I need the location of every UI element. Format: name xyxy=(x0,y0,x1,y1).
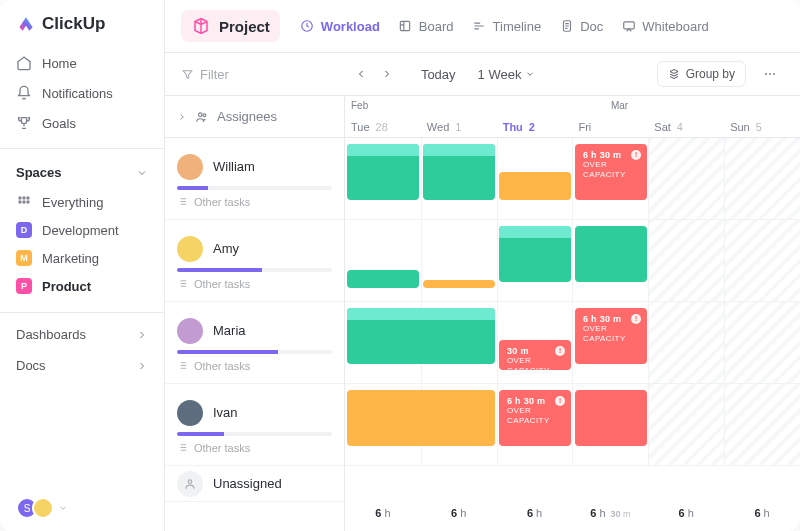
project-chip[interactable]: Project xyxy=(181,10,280,42)
day-header[interactable]: Thu2 xyxy=(497,121,573,133)
summary-hours: 6 h xyxy=(590,507,605,519)
next-button[interactable] xyxy=(375,62,399,86)
other-tasks-toggle[interactable]: Other tasks xyxy=(177,196,332,208)
nav-dashboards[interactable]: Dashboards xyxy=(0,319,164,350)
topbar: Project Workload Board Timeline Doc xyxy=(165,0,800,53)
workload-block[interactable] xyxy=(575,390,647,446)
assignee-name: William xyxy=(213,159,255,174)
chevron-down-icon xyxy=(136,167,148,179)
day-header[interactable]: Tue28 xyxy=(345,121,421,133)
day-header[interactable]: Sat4 xyxy=(648,121,724,133)
range-select[interactable]: 1 Week xyxy=(472,63,542,86)
other-tasks-toggle[interactable]: Other tasks xyxy=(177,360,332,372)
avatar xyxy=(177,154,203,180)
info-icon: ! xyxy=(631,150,641,160)
grid-icon xyxy=(16,194,32,210)
grid-cell[interactable] xyxy=(345,220,421,301)
chevron-down-icon xyxy=(58,503,68,513)
tab-whiteboard[interactable]: Whiteboard xyxy=(621,19,708,34)
workload-block[interactable] xyxy=(575,226,647,282)
grid-row: 30 mOVER CAPACITY!6 h 30 mOVER CAPACITY! xyxy=(345,302,800,384)
space-everything[interactable]: Everything xyxy=(8,188,156,216)
tab-timeline[interactable]: Timeline xyxy=(472,19,542,34)
assignee-row[interactable]: Ivan Other tasks xyxy=(165,384,344,466)
day-name: Wed xyxy=(427,121,449,133)
space-product[interactable]: P Product xyxy=(8,272,156,300)
tab-workload[interactable]: Workload xyxy=(300,19,380,34)
nav-goals[interactable]: Goals xyxy=(8,108,156,138)
capacity-bar xyxy=(177,268,332,272)
day-header[interactable]: Fri xyxy=(572,121,648,133)
assignee-row[interactable]: William Other tasks xyxy=(165,138,344,220)
day-header[interactable]: Wed1 xyxy=(421,121,497,133)
space-development[interactable]: D Development xyxy=(8,216,156,244)
ellipsis-icon xyxy=(762,66,778,82)
grid-cell[interactable] xyxy=(648,138,724,219)
day-number: 28 xyxy=(376,121,388,133)
day-name: Thu xyxy=(503,121,523,133)
prev-button[interactable] xyxy=(349,62,373,86)
space-marketing[interactable]: M Marketing xyxy=(8,244,156,272)
tab-board[interactable]: Board xyxy=(398,19,454,34)
grid-cell[interactable] xyxy=(648,302,724,383)
workload-block[interactable] xyxy=(499,226,571,282)
toolbar: Filter Today 1 Week Group by xyxy=(165,53,800,96)
workload-block[interactable]: 30 mOVER CAPACITY! xyxy=(499,340,571,370)
grid-cell[interactable] xyxy=(421,220,497,301)
spaces-header[interactable]: Spaces xyxy=(0,155,164,186)
list-icon xyxy=(177,360,188,371)
space-label: Marketing xyxy=(42,251,99,266)
workload-block[interactable] xyxy=(347,390,495,446)
assignee-row[interactable]: Maria Other tasks xyxy=(165,302,344,384)
user-avatars[interactable]: S xyxy=(16,497,54,519)
filter-button[interactable]: Filter xyxy=(181,67,229,82)
nav-label: Home xyxy=(42,56,77,71)
nav-docs[interactable]: Docs xyxy=(0,350,164,381)
nav-label: Goals xyxy=(42,116,76,131)
tab-doc[interactable]: Doc xyxy=(559,19,603,34)
grid-cell[interactable] xyxy=(724,138,800,219)
summary-cell: 6 h xyxy=(421,507,497,519)
brand-name: ClickUp xyxy=(42,14,105,34)
assignee-row[interactable]: Amy Other tasks xyxy=(165,220,344,302)
month-label: Feb xyxy=(345,100,605,111)
workload-block[interactable] xyxy=(423,144,495,200)
chevron-right-icon xyxy=(136,360,148,372)
grid-cell[interactable] xyxy=(648,384,724,465)
day-name: Sun xyxy=(730,121,750,133)
brand-logo[interactable]: ClickUp xyxy=(0,0,164,44)
today-button[interactable]: Today xyxy=(415,63,462,86)
other-tasks-toggle[interactable]: Other tasks xyxy=(177,442,332,454)
day-number: 5 xyxy=(756,121,762,133)
workload-block[interactable] xyxy=(347,308,495,364)
summary-minutes: 30 m xyxy=(611,509,631,519)
more-button[interactable] xyxy=(756,62,784,86)
workload-block[interactable] xyxy=(423,280,495,288)
other-tasks-toggle[interactable]: Other tasks xyxy=(177,278,332,290)
group-by-button[interactable]: Group by xyxy=(657,61,746,87)
workload-block[interactable] xyxy=(347,144,419,200)
workload-content: Assignees William Other tasks Amy Other … xyxy=(165,96,800,531)
svg-point-10 xyxy=(765,73,767,75)
summary-cell: 6 h xyxy=(345,507,421,519)
workload-block[interactable]: 6 h 30 mOVER CAPACITY! xyxy=(499,390,571,446)
grid-cell[interactable] xyxy=(648,220,724,301)
nav-home[interactable]: Home xyxy=(8,48,156,78)
workload-block[interactable] xyxy=(499,172,571,200)
workload-block[interactable]: 6 h 30 mOVER CAPACITY! xyxy=(575,308,647,364)
grid-cell[interactable] xyxy=(724,220,800,301)
summary-hours: 6 h xyxy=(754,507,769,519)
avatar xyxy=(32,497,54,519)
main: Project Workload Board Timeline Doc xyxy=(165,0,800,531)
workload-block[interactable]: 6 h 30 mOVER CAPACITY! xyxy=(575,144,647,200)
day-header[interactable]: Sun5 xyxy=(724,121,800,133)
grid-cell[interactable] xyxy=(724,384,800,465)
trophy-icon xyxy=(16,115,32,131)
workload-block[interactable] xyxy=(347,270,419,288)
other-tasks-label: Other tasks xyxy=(194,442,250,454)
list-icon xyxy=(177,196,188,207)
assignees-header[interactable]: Assignees xyxy=(165,96,344,138)
nav-notifications[interactable]: Notifications xyxy=(8,78,156,108)
assignee-unassigned[interactable]: Unassigned xyxy=(165,466,344,502)
grid-cell[interactable] xyxy=(724,302,800,383)
